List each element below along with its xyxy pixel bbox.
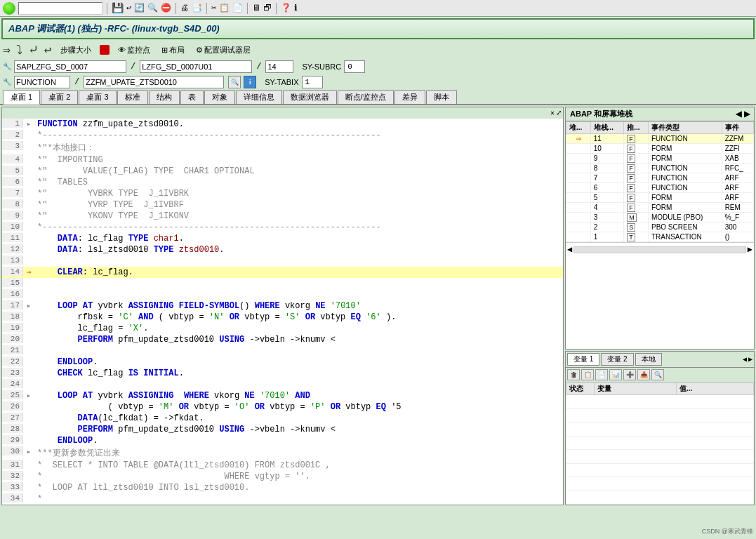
tab-breakpoint[interactable]: 断点/监控点: [338, 90, 394, 104]
vars-btn5[interactable]: 🔍: [651, 369, 664, 380]
help-icon[interactable]: ❓: [281, 3, 291, 13]
tab-desktop1[interactable]: 桌面 1: [3, 90, 40, 105]
nav-input[interactable]: [18, 2, 102, 15]
vars-add-btn[interactable]: ➕: [623, 369, 636, 380]
code-line: 27 DATA(lc_fkdat) = ->fkdat.: [2, 413, 563, 424]
stack-cell-icon2: M: [624, 213, 649, 222]
vars-btn3[interactable]: 📊: [609, 369, 622, 380]
line-marker: [23, 278, 34, 279]
screen-icon[interactable]: 🖥: [252, 3, 260, 13]
line-code: *---------------------------------------…: [34, 222, 384, 233]
cut-icon[interactable]: ✂: [211, 3, 216, 13]
code-body[interactable]: 1▸FUNCTION zzfm_upate_ztsd0010.2*-------…: [2, 119, 563, 505]
stack-row[interactable]: 1TTRANSACTION(): [566, 232, 754, 242]
tab-desktop2[interactable]: 桌面 2: [41, 90, 78, 104]
tab-desktop3[interactable]: 桌面 3: [79, 90, 116, 104]
code-line: 24: [2, 379, 563, 390]
line-input[interactable]: [265, 60, 293, 73]
info-icon[interactable]: ℹ: [294, 3, 298, 13]
tab-details[interactable]: 详细信息: [236, 90, 282, 104]
tab-browser[interactable]: 数据浏览器: [283, 90, 337, 104]
search-btn[interactable]: 🔍: [228, 76, 241, 88]
search-icon[interactable]: 🔍: [147, 3, 158, 13]
line-number: 3: [2, 141, 23, 150]
stack-row[interactable]: 10FFORMZZFI: [566, 144, 754, 154]
stepout-icon[interactable]: ⤶: [28, 42, 39, 58]
maximize-code-icon[interactable]: ⤢: [556, 109, 562, 117]
line-code: lc_flag = 'X'.: [34, 323, 151, 334]
include-input[interactable]: [140, 60, 252, 73]
stack-row[interactable]: 9FFORMXAB: [566, 154, 754, 164]
tab-table[interactable]: 表: [180, 90, 204, 104]
line-number: 12: [2, 244, 23, 253]
monitor-btn[interactable]: 👁 监控点: [115, 44, 153, 56]
stack-scrollbar-track[interactable]: [573, 246, 746, 253]
stack-row[interactable]: 4FFORMREM: [566, 203, 754, 213]
vars-delete-btn[interactable]: 🗑: [567, 369, 580, 380]
vars-nav-left[interactable]: ◀: [743, 355, 747, 364]
step-icon[interactable]: ⇒: [3, 42, 11, 58]
config-btn[interactable]: ⚙ 配置调试器层: [193, 44, 253, 56]
stack-scroll-right[interactable]: ▶: [744, 109, 750, 119]
step-size-btn[interactable]: 步骤大小: [58, 44, 94, 56]
refresh-icon[interactable]: 🔄: [134, 3, 145, 13]
line-number: 5: [2, 166, 23, 175]
tab-diff[interactable]: 差异: [394, 90, 425, 104]
func-input[interactable]: [84, 76, 224, 88]
line-number: 26: [2, 401, 23, 411]
line-number: 29: [2, 435, 23, 444]
stack-cell-type: FUNCTION: [648, 134, 722, 144]
stack-row[interactable]: 5FFORMARF: [566, 193, 754, 203]
vars-btn1[interactable]: 📋: [581, 369, 594, 380]
stop-icon2[interactable]: ⛔: [161, 3, 171, 13]
bookmark-icon[interactable]: 📑: [192, 3, 202, 13]
tab-script[interactable]: 脚本: [426, 90, 457, 104]
prog-input[interactable]: [14, 60, 126, 73]
vars-btn2[interactable]: 📄: [595, 369, 608, 380]
stack-scroll-up[interactable]: ◀: [567, 244, 572, 255]
tab-standard[interactable]: 标准: [117, 90, 148, 104]
stepreturn-icon[interactable]: ↩: [44, 42, 52, 58]
print-icon[interactable]: 🖨: [180, 3, 189, 13]
stack-row[interactable]: 2SPBO SCREEN300: [566, 222, 754, 232]
line-number: 9: [2, 211, 23, 220]
save-icon[interactable]: 💾: [112, 2, 124, 14]
line-code: DATA: lsl_ztsd0010 TYPE ztsd0010.: [34, 244, 227, 255]
tab-bar: 桌面 1 桌面 2 桌面 3 标准 结构 表 对象 详细信息 数据浏览器 断点/…: [0, 90, 756, 105]
stop-btn[interactable]: [100, 45, 110, 55]
stack-cell-num: 7: [590, 173, 623, 183]
stack-row[interactable]: 7FFUNCTIONARF: [566, 173, 754, 183]
close-code-icon[interactable]: ✕: [550, 109, 555, 117]
vars-tab-local[interactable]: 本地: [635, 353, 662, 366]
monitor-label: 监控点: [127, 45, 150, 55]
vars-btn4[interactable]: 📥: [637, 369, 650, 380]
stack-cell-event: ZZFM: [722, 134, 753, 144]
stepover-icon[interactable]: ⤵: [16, 43, 22, 58]
vars-nav-right[interactable]: ▶: [748, 355, 752, 364]
layout-btn[interactable]: ⊞ 布局: [159, 44, 187, 56]
stack-cell-type: FORM: [648, 203, 722, 213]
stack-cell-num: 1: [590, 232, 623, 242]
row2-icon: 🔧: [3, 78, 11, 86]
stack-cell-event: RFC_: [722, 164, 753, 173]
line-number: 33: [2, 482, 23, 491]
stack-row[interactable]: 6FFUNCTIONARF: [566, 183, 754, 193]
line-number: 32: [2, 471, 23, 480]
sysubrc-value: 0: [344, 60, 365, 73]
stack-row[interactable]: 3MMODULE (PBO)%_F: [566, 213, 754, 222]
stack-scroll-down[interactable]: ▶: [748, 244, 752, 255]
info-btn[interactable]: i: [244, 76, 256, 88]
window-icon[interactable]: 🗗: [263, 3, 272, 13]
copy-icon[interactable]: 📋: [219, 3, 230, 13]
tab-object[interactable]: 对象: [204, 90, 235, 104]
stack-row[interactable]: ⇒11FFUNCTIONZZFM: [566, 134, 754, 144]
back-icon[interactable]: ↩: [126, 3, 131, 13]
paste-icon[interactable]: 📄: [232, 3, 243, 13]
vars-tab-2[interactable]: 变量 2: [601, 353, 633, 366]
stack-row[interactable]: 8FFUNCTIONRFC_: [566, 164, 754, 173]
vars-tab-1[interactable]: 变量 1: [567, 353, 599, 366]
stack-scroll-left[interactable]: ◀: [736, 109, 741, 119]
type-input[interactable]: [14, 76, 70, 88]
tab-structure[interactable]: 结构: [149, 90, 180, 104]
line-code: [34, 289, 40, 291]
